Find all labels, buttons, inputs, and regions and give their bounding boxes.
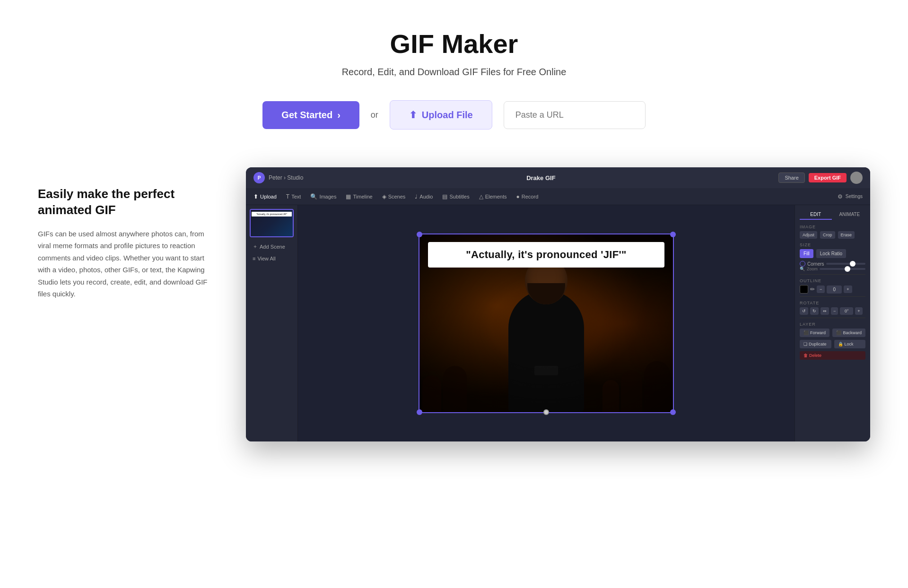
toolbar-record-label: Record [522, 194, 538, 199]
toolbar-images[interactable]: 🔍 Images [310, 193, 336, 200]
studio-avatar [850, 172, 863, 184]
chevron-right-icon: › [337, 110, 340, 121]
studio-preview: P Peter › Studio Drake GIF Share Export … [246, 167, 870, 441]
erase-button[interactable]: Erase [838, 231, 855, 239]
backward-icon: ⬛ [836, 330, 841, 335]
scenes-toolbar-icon: ◈ [382, 193, 386, 200]
settings-label[interactable]: Settings [846, 194, 863, 199]
toolbar-images-label: Images [319, 194, 336, 199]
toolbar-subtitles-label: Subtitles [449, 194, 469, 199]
image-controls-row: Adjust Crop Erase [800, 231, 865, 239]
settings-gear-icon: ⚙ [838, 193, 843, 200]
scene-thumb-image: "Actually, it's pronounced JIF" [251, 210, 293, 236]
minus-rotate-btn[interactable]: − [831, 307, 838, 315]
toolbar-subtitles[interactable]: ▤ Subtitles [442, 193, 469, 200]
get-started-button[interactable]: Get Started › [262, 101, 359, 129]
backward-button[interactable]: ⬛ Backward [832, 329, 865, 337]
size-section-label: SIZE [800, 242, 865, 247]
export-gif-button[interactable]: Export GIF [809, 173, 847, 182]
studio-user-icon: P [253, 172, 265, 183]
corners-row: Corners [800, 261, 865, 267]
divider-1 [800, 274, 865, 275]
page-title: GIF Maker [38, 28, 870, 59]
image-section-label: IMAGE [800, 225, 865, 229]
crowd-person-3 [602, 380, 619, 413]
outline-value-input[interactable] [827, 285, 842, 294]
forward-button[interactable]: ⬛ Forward [800, 329, 829, 337]
add-scene-label: Add Scene [260, 244, 285, 250]
layer-row-3: 🗑 Delete [800, 351, 865, 360]
rotate-row: ↺ ↻ ⇔ − 0° + [800, 307, 865, 315]
lock-ratio-button[interactable]: Lock Ratio [816, 249, 846, 258]
scene-thumbnail[interactable]: "Actually, it's pronounced JIF" [250, 209, 294, 237]
upload-label: Upload File [422, 110, 473, 121]
forward-label: Forward [810, 330, 826, 335]
sidebar-actions: ＋ Add Scene ≡ View All [250, 241, 294, 263]
corners-label: Corners [807, 261, 824, 267]
panel-tab-edit[interactable]: EDIT [800, 210, 832, 220]
outline-color-swatch[interactable] [800, 285, 808, 294]
list-icon: ≡ [253, 256, 255, 261]
toolbar-text[interactable]: T Text [286, 193, 301, 200]
corners-slider[interactable] [826, 263, 865, 265]
forward-icon: ⬛ [803, 330, 809, 335]
rotate-ccw-btn[interactable]: ↺ [800, 307, 808, 315]
view-all-label: View All [257, 256, 275, 261]
timeline-toolbar-icon: ▦ [346, 193, 351, 200]
layer-row-2: ❏ Duplicate 🔒 Lock [800, 340, 865, 348]
plus-icon: ＋ [253, 243, 258, 250]
zoom-slider[interactable] [820, 268, 865, 270]
flip-h-btn[interactable]: ⇔ [821, 307, 829, 315]
text-toolbar-icon: T [286, 193, 289, 200]
page-header: GIF Maker Record, Edit, and Download GIF… [38, 28, 870, 78]
subtitles-toolbar-icon: ▤ [442, 193, 447, 200]
lock-button[interactable]: 🔒 Lock [834, 340, 866, 348]
upload-file-button[interactable]: ⬆ Upload File [390, 100, 492, 130]
canvas-text-overlay[interactable]: "Actually, it's pronounced 'JIF'" [428, 242, 664, 268]
adjust-button[interactable]: Adjust [800, 231, 817, 239]
canvas-container: "Actually, it's pronounced 'JIF'" [419, 233, 674, 413]
or-label: or [371, 110, 378, 120]
toolbar-elements[interactable]: △ Elements [479, 193, 507, 200]
outline-row: ✏ − + [800, 285, 865, 294]
url-input[interactable] [504, 101, 646, 129]
studio-topbar: P Peter › Studio Drake GIF Share Export … [246, 167, 870, 188]
delete-button[interactable]: 🗑 Delete [800, 351, 865, 360]
share-button[interactable]: Share [778, 173, 804, 183]
duplicate-icon: ❏ [803, 342, 807, 346]
outline-minus-btn[interactable]: − [817, 285, 825, 293]
backward-label: Backward [843, 330, 862, 335]
get-started-label: Get Started [281, 110, 332, 121]
page-subtitle: Record, Edit, and Download GIF Files for… [38, 67, 870, 78]
duplicate-button[interactable]: ❏ Duplicate [800, 340, 831, 348]
divider-3 [800, 318, 865, 318]
rotate-value: 0° [840, 307, 853, 315]
panel-tab-animate[interactable]: ANIMATE [834, 210, 866, 220]
add-scene-button[interactable]: ＋ Add Scene [250, 241, 294, 252]
toolbar-text-label: Text [291, 194, 301, 199]
toolbar-timeline[interactable]: ▦ Timeline [346, 193, 372, 200]
toolbar-record[interactable]: ● Record [516, 193, 539, 200]
studio-document-title: Drake GIF [526, 174, 555, 182]
plus-rotate-btn[interactable]: + [855, 307, 862, 315]
toolbar-scenes[interactable]: ◈ Scenes [382, 193, 406, 200]
left-text-panel: Easily make the perfect animated GIF GIF… [38, 167, 218, 300]
toolbar-upload[interactable]: ⬆ Upload [253, 193, 277, 200]
fill-button[interactable]: Fill [800, 249, 813, 258]
studio-sidebar: "Actually, it's pronounced JIF" ＋ Add Sc… [246, 205, 298, 441]
view-all-button[interactable]: ≡ View All [250, 254, 294, 263]
lock-label: Lock [845, 342, 854, 346]
outline-plus-btn[interactable]: + [844, 285, 852, 293]
layer-row-1: ⬛ Forward ⬛ Backward [800, 329, 865, 337]
rotate-cw-btn[interactable]: ↻ [810, 307, 819, 315]
toolbar-elements-label: Elements [485, 194, 507, 199]
crop-button[interactable]: Crop [820, 231, 835, 239]
toolbar-audio[interactable]: ♩ Audio [415, 193, 433, 200]
images-toolbar-icon: 🔍 [310, 193, 317, 200]
cta-row: Get Started › or ⬆ Upload File [38, 100, 870, 130]
outline-section-label: OUTLINE [800, 278, 865, 283]
upload-toolbar-icon: ⬆ [253, 193, 258, 200]
corners-radio[interactable] [800, 261, 805, 267]
eyedropper-icon[interactable]: ✏ [810, 286, 815, 293]
lock-icon: 🔒 [838, 342, 843, 346]
